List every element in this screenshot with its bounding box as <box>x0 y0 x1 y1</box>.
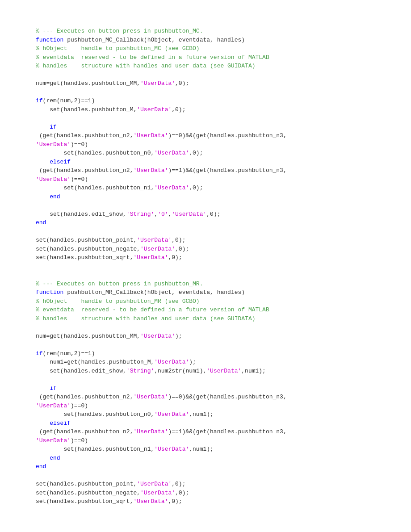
code-line: % handles structure with handles and use… <box>36 62 375 71</box>
comment-text: % handles structure with handles and use… <box>36 315 255 322</box>
code-line: if <box>36 384 375 393</box>
keyword-text: end <box>36 463 46 470</box>
keyword-text: end <box>50 193 60 200</box>
string-text: '0' <box>158 211 168 218</box>
string-text: 'UserData' <box>36 176 71 183</box>
code-line: 'UserData')==0) <box>36 402 375 411</box>
normal-text: ,0); <box>172 237 185 243</box>
comment-text: % hObject handle to pushbutton_MR (see G… <box>36 298 200 305</box>
code-line: 'UserData')==0) <box>36 436 375 445</box>
code-line: set(handles.pushbutton_n1,'UserData',num… <box>36 445 375 454</box>
normal-text: ,0); <box>189 150 203 156</box>
code-line: end <box>36 462 375 471</box>
string-text: 'UserData' <box>36 141 71 148</box>
normal-text: ,0); <box>175 490 189 496</box>
string-text: 'UserData' <box>133 254 168 261</box>
string-text: 'UserData' <box>206 368 241 374</box>
code-line <box>36 471 375 480</box>
normal-text <box>36 124 50 130</box>
string-text: 'UserData' <box>154 150 189 156</box>
comment-text: % eventdata reserved - to be defined in … <box>36 306 269 313</box>
string-text: 'UserData' <box>133 167 168 174</box>
normal-text: ,0); <box>172 106 185 113</box>
normal-text: set(handles.pushbutton_M, <box>36 106 137 113</box>
code-line: set(handles.pushbutton_n0,'UserData',0); <box>36 149 375 158</box>
comment-text: % hObject handle to pushbutton_MC (see G… <box>36 45 200 52</box>
normal-text <box>36 193 50 200</box>
normal-text: (rem(num,2)==1) <box>43 97 95 104</box>
code-line: if(rem(num,2)==1) <box>36 96 375 105</box>
normal-text: (get(handles.pushbutton_n2, <box>36 394 133 400</box>
normal-text: ,num2str(num1), <box>154 368 206 374</box>
keyword-text: if <box>50 124 57 130</box>
normal-text: ,0); <box>175 246 189 252</box>
code-line: set(handles.pushbutton_sqrt,'UserData',0… <box>36 253 375 262</box>
code-line: num=get(handles.pushbutton_MM,'UserData'… <box>36 79 375 88</box>
keyword-text: end <box>50 455 60 461</box>
normal-text: num=get(handles.pushbutton_MM, <box>36 333 140 339</box>
code-line: elseif <box>36 158 375 167</box>
code-line: % eventdata reserved - to be defined in … <box>36 306 375 314</box>
string-text: 'String' <box>126 211 154 218</box>
code-line: elseif <box>36 419 375 428</box>
normal-text: ,0); <box>168 498 182 505</box>
code-line: function pushbutton_MC_Callback(hObject,… <box>36 36 375 45</box>
normal-text <box>36 159 50 165</box>
normal-text: set(handles.pushbutton_negate, <box>36 246 140 252</box>
normal-text: set(handles.pushbutton_point, <box>36 237 137 243</box>
code-line: % handles structure with handles and use… <box>36 314 375 323</box>
normal-text: ,0); <box>189 184 203 191</box>
code-line: (get(handles.pushbutton_n2,'UserData')==… <box>36 393 375 402</box>
normal-text: )==1)&&(get(handles.pushbutton_n3, <box>168 167 286 174</box>
normal-text: set(handles.edit_show, <box>36 211 126 218</box>
keyword-text: elseif <box>50 420 71 427</box>
keyword-text: if <box>36 350 43 357</box>
normal-text: set(handles.edit_show, <box>36 368 126 374</box>
normal-text: set(handles.pushbutton_sqrt, <box>36 498 133 505</box>
normal-text: , <box>154 211 158 218</box>
normal-text: )==0)&&(get(handles.pushbutton_n3, <box>168 132 286 139</box>
string-text: 'UserData' <box>133 498 168 505</box>
string-text: 'UserData' <box>36 402 71 409</box>
normal-text: )==1)&&(get(handles.pushbutton_n3, <box>168 428 286 435</box>
code-line: set(handles.edit_show,'String',num2str(n… <box>36 367 375 376</box>
code-line: end <box>36 218 375 227</box>
code-line: set(handles.pushbutton_negate,'UserData'… <box>36 489 375 498</box>
code-line <box>36 88 375 97</box>
normal-text: (get(handles.pushbutton_n2, <box>36 132 133 139</box>
code-line <box>36 114 375 123</box>
string-text: 'UserData' <box>172 211 206 218</box>
code-line: 'UserData')==0) <box>36 140 375 149</box>
keyword-text: if <box>50 385 57 392</box>
string-text: 'UserData' <box>140 80 175 87</box>
code-line: set(handles.pushbutton_n1,'UserData',0); <box>36 184 375 193</box>
code-line <box>36 262 375 271</box>
code-line: num1=get(handles.pushbutton_M,'UserData'… <box>36 358 375 367</box>
string-text: 'UserData' <box>137 481 172 487</box>
normal-text: )==0) <box>71 402 88 409</box>
string-text: 'UserData' <box>137 237 172 243</box>
code-line <box>36 340 375 349</box>
normal-text: num=get(handles.pushbutton_MM, <box>36 80 140 87</box>
comment-text: % eventdata reserved - to be defined in … <box>36 54 269 61</box>
code-line: (get(handles.pushbutton_n2,'UserData')==… <box>36 166 375 175</box>
code-line <box>36 201 375 210</box>
code-line: set(handles.pushbutton_n0,'UserData',num… <box>36 410 375 419</box>
code-line: 'UserData')==0) <box>36 175 375 184</box>
string-text: 'UserData' <box>137 106 172 113</box>
normal-text: )==0)&&(get(handles.pushbutton_n3, <box>168 394 286 400</box>
normal-text <box>36 385 50 392</box>
code-line <box>36 227 375 236</box>
code-line: function pushbutton_MR_Callback(hObject,… <box>36 288 375 297</box>
keyword-text: function <box>36 289 63 296</box>
string-text: 'UserData' <box>133 428 168 435</box>
normal-text: (get(handles.pushbutton_n2, <box>36 428 133 435</box>
code-line: num=get(handles.pushbutton_MM,'UserData'… <box>36 332 375 341</box>
comment-text: % --- Executes on button press in pushbu… <box>36 28 203 34</box>
normal-text: pushbutton_MC_Callback(hObject, eventdat… <box>63 37 245 43</box>
normal-text: set(handles.pushbutton_negate, <box>36 490 140 496</box>
string-text: 'UserData' <box>36 437 71 444</box>
code-line: % eventdata reserved - to be defined in … <box>36 53 375 62</box>
normal-text: set(handles.pushbutton_n1, <box>36 184 154 191</box>
normal-text <box>36 420 50 427</box>
